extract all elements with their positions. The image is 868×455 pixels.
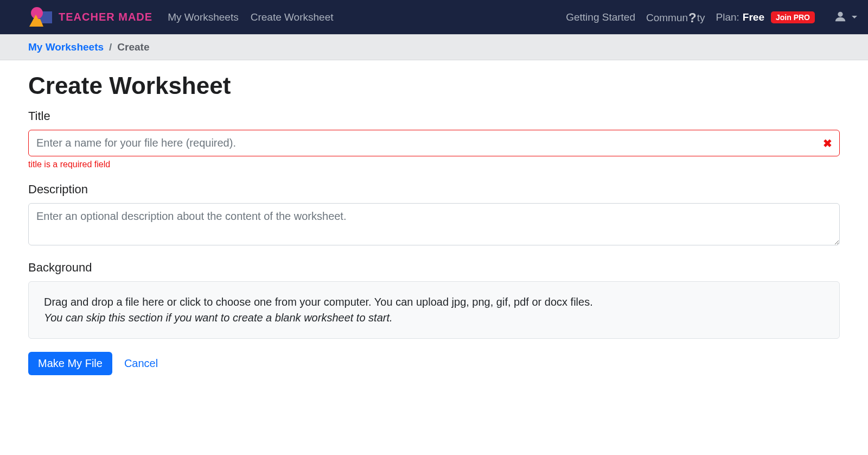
nav-links-left: My Worksheets Create Worksheet (168, 11, 333, 23)
top-navbar: TEACHER MADE My Worksheets Create Worksh… (0, 0, 868, 34)
nav-my-worksheets[interactable]: My Worksheets (168, 11, 239, 23)
question-mark-icon: ? (688, 11, 697, 24)
brand-logo[interactable]: TEACHER MADE (28, 7, 152, 28)
nav-getting-started[interactable]: Getting Started (566, 11, 635, 23)
breadcrumb-current: Create (117, 41, 149, 53)
label-title: Title (28, 109, 840, 123)
breadcrumb: My Worksheets / Create (28, 41, 840, 53)
close-icon[interactable]: ✖ (823, 137, 832, 150)
title-input-wrap: ✖ (28, 130, 840, 156)
community-prefix: Commun (646, 12, 688, 24)
title-error-text: title is a required field (28, 160, 840, 169)
join-pro-badge[interactable]: Join PRO (771, 11, 815, 23)
form-group-title: Title ✖ title is a required field (28, 109, 840, 169)
form-group-background: Background Drag and drop a file here or … (28, 261, 840, 339)
svg-point-4 (838, 11, 843, 16)
make-my-file-button[interactable]: Make My File (28, 352, 112, 375)
page-title: Create Worksheet (28, 72, 840, 99)
chevron-down-icon (852, 16, 857, 18)
user-icon (834, 10, 846, 24)
main-content: Create Worksheet Title ✖ title is a requ… (0, 60, 868, 397)
breadcrumb-root[interactable]: My Worksheets (28, 41, 104, 53)
label-background: Background (28, 261, 840, 275)
breadcrumb-bar: My Worksheets / Create (0, 34, 868, 60)
cancel-link[interactable]: Cancel (124, 357, 158, 370)
nav-create-worksheet[interactable]: Create Worksheet (251, 11, 334, 23)
label-description: Description (28, 182, 840, 197)
community-suffix: ty (697, 12, 705, 24)
dropzone-instructions: Drag and drop a file here or click to ch… (44, 296, 824, 308)
user-menu[interactable] (834, 10, 857, 24)
title-input[interactable] (28, 130, 840, 156)
breadcrumb-separator: / (109, 41, 112, 53)
description-textarea[interactable] (28, 203, 840, 245)
form-actions: Make My File Cancel (28, 352, 840, 375)
dropzone-skip-note: You can skip this section if you want to… (44, 312, 824, 324)
plan-label: Plan: (716, 11, 739, 23)
brand-text: TEACHER MADE (59, 11, 152, 23)
nav-links-right: Getting Started Commun ? ty Plan: Free J… (566, 10, 857, 24)
plan-indicator: Plan: Free Join PRO (716, 11, 815, 23)
nav-community[interactable]: Commun ? ty (646, 10, 705, 24)
background-dropzone[interactable]: Drag and drop a file here or click to ch… (28, 281, 840, 339)
brand-mark-icon (28, 7, 54, 28)
plan-value: Free (743, 11, 764, 23)
form-group-description: Description (28, 182, 840, 248)
